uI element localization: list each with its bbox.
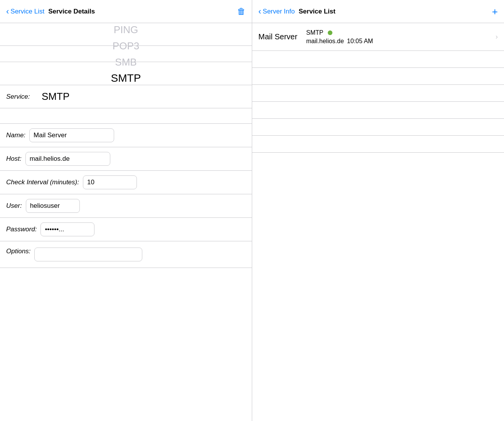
list-item-service-row: SMTP <box>306 29 490 36</box>
right-divider-2 <box>252 68 504 85</box>
service-label: Service: <box>6 93 37 101</box>
right-divider-4 <box>252 102 504 119</box>
form-spacer <box>0 108 252 124</box>
right-back-arrow-icon[interactable]: ‹ <box>258 7 261 16</box>
left-nav-bar: ‹ Service List Service Details 🗑 <box>0 0 252 23</box>
user-row: User: <box>0 194 252 218</box>
service-value: SMTP <box>42 91 69 103</box>
left-back-arrow-icon[interactable]: ‹ <box>6 7 9 16</box>
password-label: Password: <box>6 226 37 233</box>
name-input[interactable] <box>29 128 114 142</box>
left-panel: ‹ Service List Service Details 🗑 PING PO… <box>0 0 252 421</box>
add-button[interactable]: + <box>492 7 498 17</box>
list-item-details: SMTP mail.helios.de 10:05 AM <box>306 29 490 45</box>
chevron-right-icon: › <box>496 33 498 41</box>
right-back-text[interactable]: Server Info <box>263 8 295 15</box>
left-nav-left[interactable]: ‹ Service List Service Details <box>6 7 95 16</box>
host-label: Host: <box>6 155 22 163</box>
list-item-time: 10:05 AM <box>347 38 373 45</box>
list-item-service: SMTP <box>306 29 323 36</box>
right-divider-3 <box>252 85 504 102</box>
name-label: Name: <box>6 131 25 139</box>
picker-bar-bottom <box>0 62 252 62</box>
right-divider-1 <box>252 51 504 68</box>
list-item-name: Mail Server <box>258 32 301 41</box>
list-item-host-row: mail.helios.de 10:05 AM <box>306 38 490 45</box>
user-input[interactable] <box>26 199 80 213</box>
picker-items-list: PING POP3 SMB SMTP <box>111 23 141 85</box>
list-item[interactable]: Mail Server SMTP mail.helios.de 10:05 AM… <box>252 23 504 51</box>
left-back-text[interactable]: Service List <box>10 8 44 15</box>
service-type-row: Service: SMTP <box>0 85 252 108</box>
right-panel: ‹ Server Info Service List + Mail Server… <box>252 0 504 421</box>
list-item-host: mail.helios.de <box>306 38 344 45</box>
interval-label: Check Interval (minutes): <box>6 179 79 186</box>
picker-bar-top <box>0 45 252 46</box>
picker-item-smb[interactable]: SMB <box>111 54 141 70</box>
status-dot-icon <box>328 30 332 35</box>
bottom-spacer <box>0 268 252 421</box>
password-input[interactable] <box>40 222 94 236</box>
options-label: Options: <box>6 248 30 255</box>
right-divider-6 <box>252 136 504 153</box>
options-input[interactable] <box>34 248 142 261</box>
picker-item-smtp[interactable]: SMTP <box>111 70 141 85</box>
trash-icon[interactable]: 🗑 <box>237 7 246 17</box>
right-nav-title: Service List <box>298 8 335 15</box>
interval-input[interactable] <box>83 175 137 189</box>
name-row: Name: <box>0 124 252 147</box>
user-label: User: <box>6 202 22 210</box>
right-divider-5 <box>252 119 504 136</box>
right-nav-bar: ‹ Server Info Service List + <box>252 0 504 23</box>
host-input[interactable] <box>25 152 110 166</box>
left-nav-title: Service Details <box>48 8 95 15</box>
right-nav-left[interactable]: ‹ Server Info Service List <box>258 7 335 16</box>
interval-row: Check Interval (minutes): <box>0 171 252 194</box>
picker-item-pop3[interactable]: POP3 <box>111 38 141 54</box>
service-picker[interactable]: PING POP3 SMB SMTP <box>0 23 252 85</box>
options-row: Options: <box>0 241 252 268</box>
host-row: Host: <box>0 147 252 171</box>
password-row: Password: <box>0 218 252 241</box>
picker-item-ping[interactable]: PING <box>111 23 141 38</box>
